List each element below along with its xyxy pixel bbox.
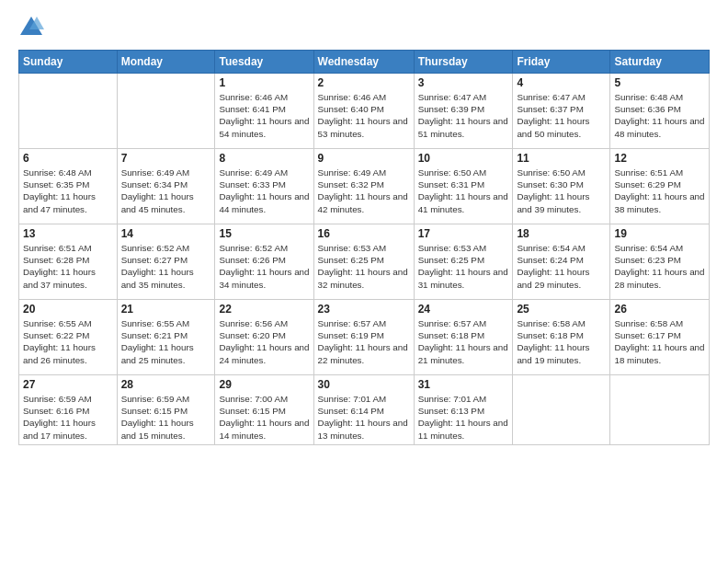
day-info: Sunrise: 6:48 AM Sunset: 6:35 PM Dayligh… (23, 167, 113, 215)
day-info: Sunrise: 6:57 AM Sunset: 6:18 PM Dayligh… (418, 317, 509, 366)
day-number: 4 (517, 76, 606, 89)
day-cell: 29Sunrise: 7:00 AM Sunset: 6:15 PM Dayli… (215, 375, 313, 445)
day-number: 20 (23, 303, 113, 316)
day-cell: 30Sunrise: 7:01 AM Sunset: 6:14 PM Dayli… (313, 375, 414, 445)
day-number: 13 (23, 227, 113, 240)
day-number: 3 (418, 76, 509, 89)
day-info: Sunrise: 6:50 AM Sunset: 6:31 PM Dayligh… (418, 167, 509, 215)
calendar-header: SundayMondayTuesdayWednesdayThursdayFrid… (19, 51, 710, 74)
day-number: 29 (219, 378, 309, 391)
day-info: Sunrise: 6:51 AM Sunset: 6:28 PM Dayligh… (23, 242, 113, 291)
day-cell: 19Sunrise: 6:54 AM Sunset: 6:23 PM Dayli… (610, 224, 710, 300)
day-cell: 3Sunrise: 6:47 AM Sunset: 6:39 PM Daylig… (414, 74, 513, 149)
day-number: 28 (121, 378, 211, 391)
day-number: 14 (121, 227, 211, 240)
day-cell: 13Sunrise: 6:51 AM Sunset: 6:28 PM Dayli… (19, 224, 118, 300)
day-cell: 11Sunrise: 6:50 AM Sunset: 6:30 PM Dayli… (513, 149, 610, 224)
day-info: Sunrise: 6:58 AM Sunset: 6:18 PM Dayligh… (517, 317, 606, 366)
header-cell-saturday: Saturday (610, 51, 710, 74)
header-row: SundayMondayTuesdayWednesdayThursdayFrid… (19, 51, 710, 74)
header-cell-tuesday: Tuesday (215, 51, 313, 74)
day-cell: 5Sunrise: 6:48 AM Sunset: 6:36 PM Daylig… (610, 74, 710, 149)
day-info: Sunrise: 7:01 AM Sunset: 6:14 PM Dayligh… (318, 393, 410, 442)
day-cell: 18Sunrise: 6:54 AM Sunset: 6:24 PM Dayli… (513, 224, 610, 300)
week-row: 27Sunrise: 6:59 AM Sunset: 6:16 PM Dayli… (19, 375, 710, 445)
day-cell: 7Sunrise: 6:49 AM Sunset: 6:34 PM Daylig… (117, 149, 215, 224)
day-number: 10 (418, 152, 509, 165)
day-cell: 24Sunrise: 6:57 AM Sunset: 6:18 PM Dayli… (414, 300, 513, 375)
day-number: 1 (219, 76, 309, 89)
day-info: Sunrise: 7:00 AM Sunset: 6:15 PM Dayligh… (219, 393, 309, 442)
day-number: 16 (318, 227, 410, 240)
day-cell: 25Sunrise: 6:58 AM Sunset: 6:18 PM Dayli… (513, 300, 610, 375)
day-number: 23 (318, 303, 410, 316)
day-number: 18 (517, 227, 606, 240)
day-cell: 12Sunrise: 6:51 AM Sunset: 6:29 PM Dayli… (610, 149, 710, 224)
day-info: Sunrise: 6:56 AM Sunset: 6:20 PM Dayligh… (219, 317, 309, 366)
day-cell: 14Sunrise: 6:52 AM Sunset: 6:27 PM Dayli… (117, 224, 215, 300)
day-cell: 10Sunrise: 6:50 AM Sunset: 6:31 PM Dayli… (414, 149, 513, 224)
logo-icon (18, 15, 44, 40)
day-cell: 4Sunrise: 6:47 AM Sunset: 6:37 PM Daylig… (513, 74, 610, 149)
day-number: 30 (318, 378, 410, 391)
day-info: Sunrise: 6:50 AM Sunset: 6:30 PM Dayligh… (517, 167, 606, 215)
day-info: Sunrise: 6:55 AM Sunset: 6:21 PM Dayligh… (121, 317, 211, 366)
day-cell: 8Sunrise: 6:49 AM Sunset: 6:33 PM Daylig… (215, 149, 313, 224)
day-info: Sunrise: 6:48 AM Sunset: 6:36 PM Dayligh… (614, 91, 705, 140)
day-cell: 17Sunrise: 6:53 AM Sunset: 6:25 PM Dayli… (414, 224, 513, 300)
day-cell: 28Sunrise: 6:59 AM Sunset: 6:15 PM Dayli… (117, 375, 215, 445)
day-cell: 20Sunrise: 6:55 AM Sunset: 6:22 PM Dayli… (19, 300, 118, 375)
day-info: Sunrise: 6:58 AM Sunset: 6:17 PM Dayligh… (614, 317, 705, 366)
day-number: 27 (23, 378, 113, 391)
day-number: 26 (614, 303, 705, 316)
calendar-table: SundayMondayTuesdayWednesdayThursdayFrid… (18, 50, 710, 445)
day-number: 2 (318, 76, 410, 89)
day-cell: 16Sunrise: 6:53 AM Sunset: 6:25 PM Dayli… (313, 224, 414, 300)
week-row: 20Sunrise: 6:55 AM Sunset: 6:22 PM Dayli… (19, 300, 710, 375)
header-cell-sunday: Sunday (19, 51, 118, 74)
day-number: 19 (614, 227, 705, 240)
day-info: Sunrise: 6:47 AM Sunset: 6:37 PM Dayligh… (517, 91, 606, 140)
header-cell-friday: Friday (513, 51, 610, 74)
header-cell-thursday: Thursday (414, 51, 513, 74)
logo (18, 15, 48, 40)
day-info: Sunrise: 6:59 AM Sunset: 6:15 PM Dayligh… (121, 393, 211, 442)
day-number: 6 (23, 152, 113, 165)
day-cell: 1Sunrise: 6:46 AM Sunset: 6:41 PM Daylig… (215, 74, 313, 149)
day-number: 24 (418, 303, 509, 316)
day-cell: 26Sunrise: 6:58 AM Sunset: 6:17 PM Dayli… (610, 300, 710, 375)
day-info: Sunrise: 6:52 AM Sunset: 6:27 PM Dayligh… (121, 242, 211, 291)
day-number: 8 (219, 152, 309, 165)
day-info: Sunrise: 6:49 AM Sunset: 6:34 PM Dayligh… (121, 167, 211, 215)
day-cell (19, 74, 118, 149)
calendar-body: 1Sunrise: 6:46 AM Sunset: 6:41 PM Daylig… (19, 74, 710, 445)
day-info: Sunrise: 7:01 AM Sunset: 6:13 PM Dayligh… (418, 393, 509, 442)
day-info: Sunrise: 6:51 AM Sunset: 6:29 PM Dayligh… (614, 167, 705, 215)
day-number: 9 (318, 152, 410, 165)
day-cell: 15Sunrise: 6:52 AM Sunset: 6:26 PM Dayli… (215, 224, 313, 300)
day-info: Sunrise: 6:49 AM Sunset: 6:32 PM Dayligh… (318, 167, 410, 215)
day-info: Sunrise: 6:47 AM Sunset: 6:39 PM Dayligh… (418, 91, 509, 140)
day-info: Sunrise: 6:46 AM Sunset: 6:40 PM Dayligh… (318, 91, 410, 140)
day-cell: 23Sunrise: 6:57 AM Sunset: 6:19 PM Dayli… (313, 300, 414, 375)
day-number: 12 (614, 152, 705, 165)
day-cell: 21Sunrise: 6:55 AM Sunset: 6:21 PM Dayli… (117, 300, 215, 375)
day-number: 31 (418, 378, 509, 391)
day-info: Sunrise: 6:49 AM Sunset: 6:33 PM Dayligh… (219, 167, 309, 215)
day-info: Sunrise: 6:52 AM Sunset: 6:26 PM Dayligh… (219, 242, 309, 291)
day-info: Sunrise: 6:46 AM Sunset: 6:41 PM Dayligh… (219, 91, 309, 140)
day-cell: 31Sunrise: 7:01 AM Sunset: 6:13 PM Dayli… (414, 375, 513, 445)
day-info: Sunrise: 6:59 AM Sunset: 6:16 PM Dayligh… (23, 393, 113, 442)
week-row: 6Sunrise: 6:48 AM Sunset: 6:35 PM Daylig… (19, 149, 710, 224)
day-cell: 9Sunrise: 6:49 AM Sunset: 6:32 PM Daylig… (313, 149, 414, 224)
day-info: Sunrise: 6:55 AM Sunset: 6:22 PM Dayligh… (23, 317, 113, 366)
header (18, 15, 710, 40)
header-cell-monday: Monday (117, 51, 215, 74)
week-row: 1Sunrise: 6:46 AM Sunset: 6:41 PM Daylig… (19, 74, 710, 149)
day-number: 21 (121, 303, 211, 316)
day-number: 15 (219, 227, 309, 240)
week-row: 13Sunrise: 6:51 AM Sunset: 6:28 PM Dayli… (19, 224, 710, 300)
day-cell (610, 375, 710, 445)
day-number: 5 (614, 76, 705, 89)
day-cell: 2Sunrise: 6:46 AM Sunset: 6:40 PM Daylig… (313, 74, 414, 149)
